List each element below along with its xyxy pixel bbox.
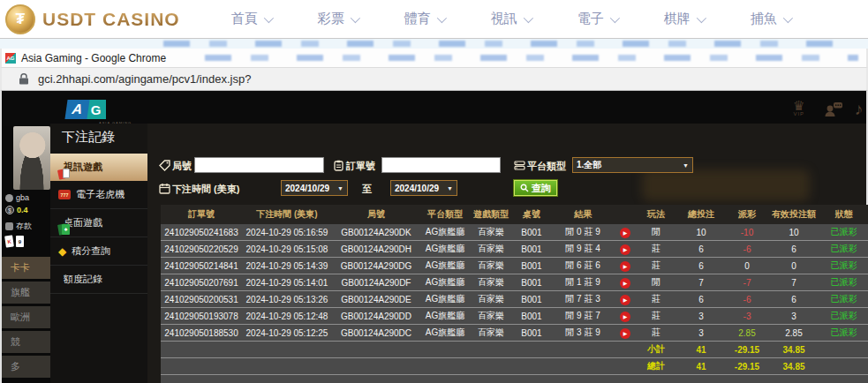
chrome-titlebar[interactable]: AG Asia Gaming - Google Chrome — [0, 49, 868, 67]
search-button[interactable]: 查詢 — [514, 180, 557, 196]
cell-empty — [161, 375, 242, 383]
date-to-select[interactable]: 2024/10/29 ▼ — [390, 180, 457, 196]
total-row-valid: 34.85 — [768, 358, 819, 375]
cell-play: 莊 — [636, 291, 676, 308]
cell-play: 莊 — [636, 325, 676, 342]
cell-play: 莊 — [636, 241, 676, 258]
lobby-deposit-row[interactable]: 存款 — [5, 221, 32, 232]
order-input[interactable] — [381, 157, 501, 173]
cell-result: 閒 1 莊 9 — [551, 274, 615, 291]
chevron-down-icon — [523, 12, 532, 22]
chrome-urlbar[interactable]: gci.2hhapi.com/agingame/pcv1/index.jsp? — [0, 67, 868, 91]
nav-item-視訊[interactable]: 視訊 — [491, 11, 531, 27]
cell-round: GB00124A290DD — [332, 308, 420, 325]
status-badge: 已派彩 — [819, 258, 868, 274]
nav-item-體育[interactable]: 體育 — [404, 11, 444, 27]
replay-icon[interactable]: ▶ — [620, 278, 630, 289]
sidebar-item-額度記錄[interactable]: 額度記錄 — [50, 266, 147, 294]
sidebar-item-視訊遊戲[interactable]: 視訊遊戲 — [50, 154, 162, 181]
cell-platform: AG旗艦廳 — [420, 308, 470, 325]
status-badge: 已派彩 — [819, 224, 868, 241]
nav-item-label: 彩票 — [318, 11, 344, 27]
table-row: 2410290502076912024-10-29 05:14:01GB0012… — [161, 274, 868, 291]
replay-icon[interactable]: ▶ — [620, 328, 630, 339]
search-button-label: 查詢 — [532, 182, 551, 195]
site-header: ₮ USDT CASINO 首頁彩票體育視訊電子棋牌捕魚 — [0, 0, 868, 39]
lobby-menu-item[interactable]: 競 — [2, 331, 50, 353]
lobby-menu-item[interactable]: 歐洲 — [2, 306, 50, 328]
music-icon[interactable]: ♪ — [855, 100, 864, 119]
cell-game: 百家樂 — [470, 258, 512, 274]
replay-icon[interactable]: ▶ — [620, 244, 630, 255]
cell-time: 2024-10-29 05:14:39 — [242, 258, 332, 274]
cell-table_no: B001 — [512, 274, 551, 291]
points-diamond-icon: ◆ — [58, 246, 66, 257]
cell-empty — [615, 375, 636, 383]
column-header: 局號 — [332, 205, 420, 224]
replay-icon[interactable]: ▶ — [620, 312, 630, 322]
nav-item-彩票[interactable]: 彩票 — [318, 11, 358, 27]
brand-logo[interactable]: ₮ USDT CASINO — [5, 4, 180, 34]
nav-item-label: 體育 — [404, 11, 431, 27]
replay-icon[interactable]: ▶ — [620, 295, 630, 305]
status-badge: 已派彩 — [819, 241, 868, 258]
cell-platform: AG旗艦廳 — [420, 291, 470, 308]
cell-time: 2024-10-29 05:16:59 — [242, 224, 332, 241]
nav-item-首頁[interactable]: 首頁 — [231, 11, 271, 27]
column-header: 平台類型 — [420, 205, 470, 224]
filler-row — [161, 375, 868, 383]
cell-payout: -6 — [726, 241, 768, 258]
cell-empty — [551, 358, 615, 375]
cell-result: 閒 7 莊 3 — [551, 291, 615, 308]
lobby-menu-item[interactable]: 卡卡 — [2, 257, 50, 279]
cell-replay: ▶ — [615, 274, 636, 291]
nav-item-棋牌[interactable]: 棋牌 — [664, 11, 704, 27]
platform-select[interactable]: 1.全部 ▼ — [572, 157, 693, 173]
date-from-select[interactable]: 2024/10/29 ▼ — [281, 180, 348, 196]
chevron-down-icon — [350, 12, 359, 22]
cell-time: 2024-10-29 05:13:26 — [242, 291, 332, 308]
cell-empty — [819, 358, 868, 375]
chat-icon[interactable] — [824, 101, 843, 121]
cards-badge: K 9 — [5, 236, 24, 247]
table-row: 2410290502005312024-10-29 05:13:26GB0012… — [161, 291, 868, 308]
cell-replay: ▶ — [615, 325, 636, 342]
cell-game: 百家樂 — [470, 224, 512, 241]
search-icon — [520, 184, 529, 192]
main-nav: 首頁彩票體育視訊電子棋牌捕魚 — [231, 11, 790, 27]
cell-valid: 10 — [768, 224, 819, 241]
cell-empty — [551, 375, 615, 383]
bet-records-table: 訂單號下注時間 (美東)局號平台類型遊戲類型桌號結果玩法總投注派彩有效投注額狀態… — [161, 205, 868, 383]
cell-order: 241029050193078 — [161, 308, 242, 325]
cell-bet: 6 — [676, 291, 726, 308]
cell-payout: -3 — [726, 308, 768, 325]
cell-bet: 6 — [676, 241, 726, 258]
cell-play: 莊 — [636, 258, 676, 274]
sidebar-item-電子老虎機[interactable]: 777電子老虎機 — [50, 181, 147, 209]
cell-empty — [332, 342, 420, 358]
subtotal-row: 小計41-29.1534.85 — [161, 342, 868, 358]
sidebar-item-桌面遊戲[interactable]: ♠桌面遊戲 — [50, 209, 147, 237]
lobby-menu-item[interactable]: 多 — [2, 356, 50, 378]
vip-icon[interactable]: ♛ VIP — [793, 100, 804, 116]
cell-empty — [615, 358, 636, 375]
lobby-menu-item[interactable]: 旗艦 — [2, 282, 50, 304]
cell-table_no: B001 — [512, 291, 551, 308]
nav-item-捕魚[interactable]: 捕魚 — [751, 11, 790, 27]
cell-valid: 2.85 — [768, 325, 819, 342]
sidebar-item-積分查詢[interactable]: ◆積分查詢 — [50, 237, 147, 266]
cell-table_no: B001 — [512, 258, 551, 274]
cell-valid: 6 — [768, 241, 819, 258]
cell-platform: AG旗艦廳 — [420, 241, 470, 258]
cell-empty — [332, 358, 420, 375]
column-header — [615, 205, 636, 224]
platform-filter-label: 平台類型 — [527, 160, 566, 173]
replay-icon[interactable]: ▶ — [620, 261, 630, 272]
deposit-label: 存款 — [16, 221, 32, 232]
total-row-payout: -29.15 — [726, 358, 768, 375]
round-input[interactable] — [194, 157, 324, 173]
cell-payout: 0 — [726, 258, 768, 274]
nav-item-電子[interactable]: 電子 — [577, 11, 617, 27]
replay-icon[interactable]: ▶ — [620, 228, 630, 238]
usdt-coin-icon: ₮ — [5, 4, 35, 34]
